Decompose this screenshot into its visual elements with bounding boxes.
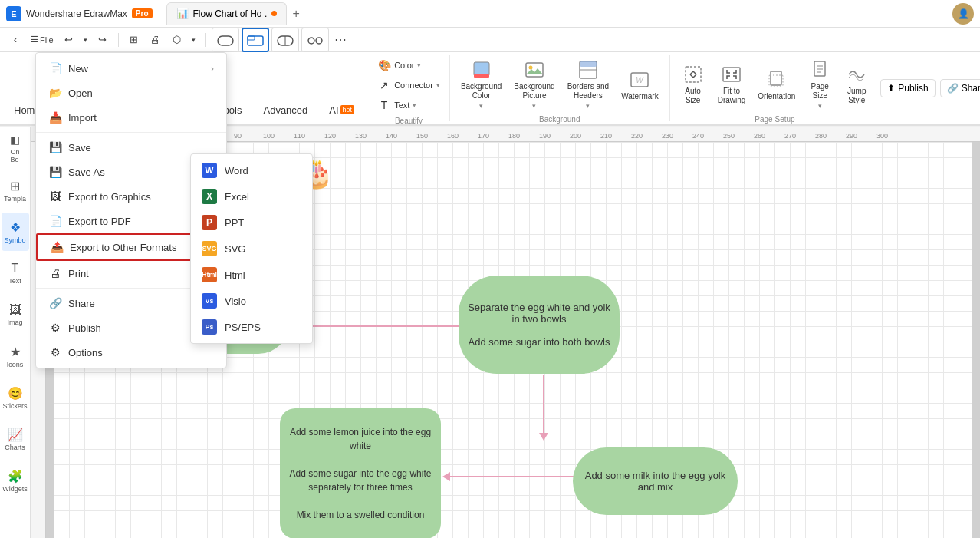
- text-label: Text: [8, 277, 21, 285]
- publish-menu-icon: ⚙: [48, 321, 62, 335]
- export-other-submenu: W Word X Excel P PPT SVG SVG Html Html V…: [190, 153, 313, 344]
- submenu-item-ps-eps[interactable]: Ps PS/EPS: [191, 314, 312, 340]
- sidebar-item-symbols[interactable]: ❖ Symbo: [2, 213, 29, 251]
- beautify-label: Beautify: [395, 115, 423, 124]
- borders-headers-button[interactable]: Borders andHeaders ▾: [563, 57, 613, 112]
- submenu-item-excel[interactable]: X Excel: [191, 183, 312, 210]
- nav-back-button[interactable]: ‹: [6, 31, 25, 49]
- export-button[interactable]: ⬡: [168, 31, 186, 49]
- left-sidebar: ◧ OnBe ⊞ Templa ❖ Symbo T Text 🖼 Imag ★ …: [0, 127, 31, 538]
- submenu-item-svg[interactable]: SVG SVG: [191, 236, 312, 262]
- svg-label: SVG: [225, 243, 245, 255]
- svg-rect-1: [248, 36, 263, 45]
- ribbon-group-beautify: 🎨 Color ▾ ↗ Connector ▾ T Text ▾: [368, 55, 450, 121]
- svg-rect-12: [580, 61, 597, 67]
- fit-to-drawing-icon: [721, 64, 742, 85]
- node4-text: Add some milk into the egg yolk and mix: [580, 470, 730, 493]
- sidebar-item-on-be[interactable]: ◧ OnBe: [2, 130, 29, 168]
- export-other-icon: 📤: [50, 240, 64, 254]
- jump-style-label: JumpStyle: [847, 87, 866, 105]
- widgets-label: Widgets: [2, 485, 28, 493]
- sidebar-item-text[interactable]: T Text: [2, 254, 29, 292]
- publish-button[interactable]: ⬆ Publish: [880, 79, 935, 97]
- bg-color-button[interactable]: BackgroundColor ▾: [456, 57, 506, 112]
- hamburger-icon: ☰: [31, 35, 38, 45]
- sidebar-item-charts[interactable]: 📈 Charts: [2, 420, 29, 458]
- color-caret: ▾: [417, 61, 421, 69]
- sidebar-item-stickers[interactable]: 😊 Stickers: [2, 378, 29, 417]
- svg-rect-18: [771, 71, 781, 85]
- connector-icon: ↗: [377, 78, 391, 92]
- more-shapes-button[interactable]: ⋯: [331, 31, 350, 49]
- menu-item-open[interactable]: 📂 Open: [36, 81, 226, 105]
- flowchart-node-3[interactable]: Add some lemon juice into the egg white …: [280, 408, 441, 538]
- shape-btn-2[interactable]: [242, 28, 269, 52]
- save-icon: 💾: [48, 140, 62, 154]
- orientation-button[interactable]: Orientation: [753, 67, 800, 103]
- svg-point-6: [316, 38, 322, 44]
- menu-item-import[interactable]: 📥 Import: [36, 105, 226, 130]
- bg-picture-button[interactable]: BackgroundPicture ▾: [509, 57, 559, 112]
- jump-style-button[interactable]: JumpStyle: [840, 61, 873, 107]
- export-graphics-icon: 🖼: [48, 190, 62, 203]
- file-label: File: [40, 35, 54, 45]
- auto-size-button[interactable]: AutoSize: [676, 61, 710, 107]
- text-label: Text: [394, 101, 409, 110]
- sidebar-item-template[interactable]: ⊞ Templa: [2, 171, 29, 210]
- print-icon: 🖨: [48, 266, 62, 280]
- export-dropdown[interactable]: ▾: [189, 31, 199, 49]
- share-menu-label: Share: [68, 298, 95, 309]
- menu-item-new[interactable]: 📄 New ›: [36, 56, 226, 81]
- text-icon: T: [12, 262, 19, 276]
- stickers-icon: 😊: [8, 386, 23, 401]
- print-button[interactable]: 🖨: [146, 31, 165, 49]
- user-avatar[interactable]: 👤: [952, 3, 974, 25]
- document-tab[interactable]: 📊 Flow Chart of Ho .: [166, 2, 288, 25]
- color-button[interactable]: 🎨 Color ▾: [374, 57, 443, 74]
- shape-btn-1[interactable]: [212, 28, 239, 52]
- sidebar-item-image[interactable]: 🖼 Imag: [2, 295, 29, 334]
- redo-button[interactable]: ↪: [94, 31, 112, 49]
- submenu-item-visio[interactable]: Vs Visio: [191, 288, 312, 314]
- connector-button[interactable]: ↗ Connector ▾: [374, 77, 443, 94]
- file-menu-button[interactable]: ☰ File: [28, 31, 57, 49]
- flowchart-node-2[interactable]: Separate the egg white and yolk in two b…: [459, 276, 620, 374]
- undo-button[interactable]: ↩: [60, 31, 78, 49]
- pro-badge: Pro: [132, 8, 153, 18]
- sidebar-item-widgets[interactable]: 🧩 Widgets: [2, 461, 29, 500]
- ps-logo: Ps: [202, 319, 217, 335]
- symbols-label: Symbo: [4, 236, 25, 244]
- open-icon: 📂: [48, 86, 62, 100]
- undo-dropdown[interactable]: ▾: [81, 31, 90, 49]
- fit-to-drawing-button[interactable]: Fit toDrawing: [713, 61, 751, 107]
- sidebar-item-icons[interactable]: ★ Icons: [2, 337, 29, 375]
- text-button[interactable]: T Text ▾: [374, 97, 443, 114]
- tab-advanced[interactable]: Advanced: [252, 52, 318, 124]
- borders-headers-caret: ▾: [586, 102, 590, 110]
- share-button[interactable]: 🔗 Share: [940, 79, 980, 97]
- new-tab-button[interactable]: +: [287, 5, 305, 23]
- page-size-button[interactable]: PageSize ▾: [803, 57, 837, 112]
- tab-ai[interactable]: AI hot: [318, 52, 365, 124]
- orientation-label: Orientation: [758, 92, 795, 101]
- page-button[interactable]: ⊞: [125, 31, 143, 49]
- bg-picture-caret: ▾: [532, 102, 536, 110]
- word-label: Word: [225, 165, 248, 177]
- ribbon-group-page-setup: AutoSize Fit toDrawing: [670, 55, 881, 121]
- shape-btn-4[interactable]: [301, 28, 329, 52]
- watermark-button[interactable]: W Watermark: [617, 67, 663, 103]
- submenu-item-word[interactable]: W Word: [191, 157, 312, 183]
- flowchart-node-4[interactable]: Add some milk into the egg yolk and mix: [573, 447, 738, 515]
- icons-icon: ★: [10, 345, 21, 359]
- on-be-label: OnBe: [10, 148, 19, 165]
- submenu-item-html[interactable]: Html Html: [191, 262, 312, 288]
- ribbon-content: 🎨 Color ▾ ↗ Connector ▾ T Text ▾: [368, 52, 980, 124]
- share-label: Share: [962, 83, 980, 94]
- shape-btn-3[interactable]: [271, 28, 299, 52]
- publish-label: Publish: [898, 83, 928, 94]
- jump-style-icon: [846, 64, 867, 85]
- page-size-caret: ▾: [818, 102, 822, 110]
- divider-1: [36, 132, 226, 133]
- text-caret: ▾: [413, 101, 416, 109]
- submenu-item-ppt[interactable]: P PPT: [191, 210, 312, 236]
